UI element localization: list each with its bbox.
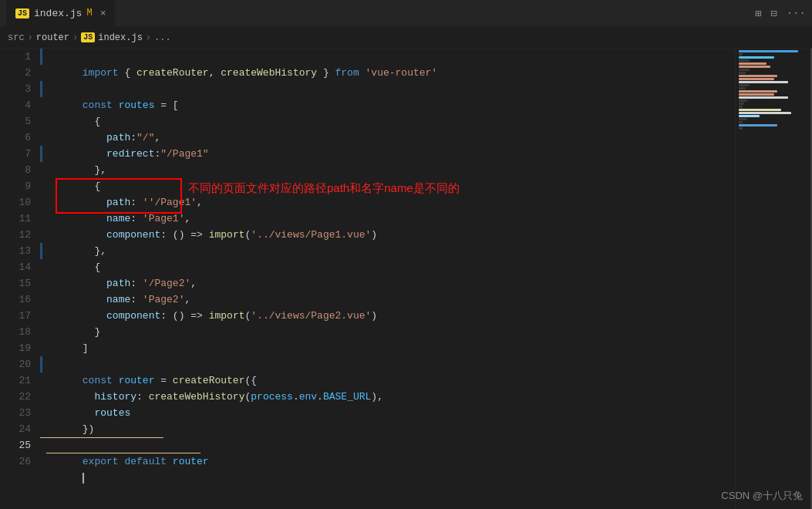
mini-line-9 bbox=[739, 75, 777, 77]
line-num-11: 11 bbox=[0, 211, 31, 227]
line20-indicator bbox=[40, 356, 42, 372]
breadcrumb-src[interactable]: src bbox=[8, 32, 25, 43]
line-num-4: 4 bbox=[0, 97, 31, 113]
code-line-19 bbox=[46, 340, 735, 356]
breadcrumb-sep1: › bbox=[28, 32, 33, 43]
editor-tab[interactable]: JS index.js M × bbox=[6, 0, 115, 27]
minimap bbox=[735, 49, 812, 509]
line-num-8: 8 bbox=[0, 162, 31, 178]
mini-line-25 bbox=[739, 124, 777, 126]
mini-line-13 bbox=[739, 87, 746, 89]
code-line-16: component: () => import('../views/Page2.… bbox=[46, 292, 735, 308]
js-file-icon: JS bbox=[15, 8, 29, 19]
code-line-25: export default router bbox=[46, 437, 735, 453]
line-num-20: 20 bbox=[0, 356, 31, 372]
line-num-19: 19 bbox=[0, 340, 31, 356]
code-line-3: const routes = [ bbox=[46, 81, 735, 97]
line-num-24: 24 bbox=[0, 421, 31, 437]
line-num-13: 13 bbox=[0, 243, 31, 259]
code-line-5: path:"/", bbox=[46, 113, 735, 130]
code-line-11: component: () => import('../views/Page1.… bbox=[46, 211, 735, 227]
line-num-23: 23 bbox=[0, 405, 31, 421]
line-num-10: 10 bbox=[0, 194, 31, 211]
mini-line-10 bbox=[739, 78, 774, 80]
code-line-9: path: ''/Page1', bbox=[46, 178, 735, 194]
line-num-14: 14 bbox=[0, 259, 31, 275]
breadcrumb-more: ... bbox=[154, 32, 171, 43]
mini-line-12 bbox=[739, 84, 750, 86]
breadcrumb-js-icon: JS bbox=[81, 32, 95, 42]
code-line-21: history: createWebHistory(process.env.BA… bbox=[46, 372, 735, 389]
mini-line-19 bbox=[739, 106, 743, 108]
line-num-22: 22 bbox=[0, 389, 31, 405]
minimap-content bbox=[736, 49, 812, 132]
line-num-6: 6 bbox=[0, 130, 31, 146]
more-actions-icon[interactable]: ··· bbox=[787, 7, 806, 20]
mini-line-8 bbox=[739, 72, 746, 74]
breadcrumb-file[interactable]: index.js bbox=[98, 32, 143, 43]
breadcrumb-router[interactable]: router bbox=[36, 32, 69, 43]
line7-indicator bbox=[40, 146, 42, 162]
line-num-12: 12 bbox=[0, 227, 31, 243]
title-bar: JS index.js M × ⊞ ⊟ ··· bbox=[0, 0, 812, 27]
code-line-7: }, bbox=[46, 146, 735, 162]
mini-line-15 bbox=[739, 93, 774, 96]
mini-line-4 bbox=[739, 59, 750, 62]
breadcrumb-sep3: › bbox=[146, 32, 151, 43]
line1-indicator bbox=[40, 49, 42, 65]
breadcrumb: src › router › JS index.js › ... bbox=[0, 27, 812, 49]
remote-icon[interactable]: ⊞ bbox=[755, 7, 761, 20]
mini-line-23 bbox=[739, 118, 747, 120]
code-line-8: { bbox=[46, 162, 735, 178]
line-num-15: 15 bbox=[0, 275, 31, 292]
line13-indicator bbox=[40, 243, 42, 259]
code-line-26 bbox=[46, 453, 735, 470]
mini-line-3 bbox=[739, 56, 774, 59]
tab-close-button[interactable]: × bbox=[100, 8, 106, 19]
mini-line-18 bbox=[739, 103, 744, 105]
code-line-20: const router = createRouter({ bbox=[46, 356, 735, 372]
code-line-2 bbox=[46, 65, 735, 81]
breadcrumb-sep2: › bbox=[72, 32, 78, 43]
code-line-4: { bbox=[46, 97, 735, 113]
line-num-1: 1 bbox=[0, 49, 31, 65]
code-line-1: import { createRouter, createWebHistory … bbox=[46, 49, 735, 65]
line-numbers: 1 2 3 4 5 6 7 8 9 10 11 12 13 14 15 16 1… bbox=[0, 49, 40, 509]
code-line-13: { bbox=[46, 243, 735, 259]
line-num-26: 26 bbox=[0, 453, 31, 470]
code-line-10: name: 'Page1', bbox=[46, 194, 735, 211]
code-line-14: path: '/Page2', bbox=[46, 259, 735, 275]
line-num-9: 9 bbox=[0, 178, 31, 194]
watermark: CSDN @十八只兔 bbox=[721, 489, 803, 503]
line-num-16: 16 bbox=[0, 292, 31, 308]
line-num-17: 17 bbox=[0, 308, 31, 324]
code-area[interactable]: import { createRouter, createWebHistory … bbox=[40, 49, 735, 509]
tab-filename: index.js bbox=[34, 8, 82, 19]
mini-line-17 bbox=[739, 99, 747, 102]
line-num-18: 18 bbox=[0, 324, 31, 340]
mini-line-14 bbox=[739, 90, 777, 93]
tab-modified: M bbox=[86, 8, 92, 19]
mini-line-26 bbox=[739, 127, 743, 130]
mini-line-6 bbox=[739, 66, 770, 68]
mini-line-24 bbox=[739, 121, 743, 123]
code-line-15: name: 'Page2', bbox=[46, 275, 735, 292]
mini-line-21 bbox=[739, 112, 791, 114]
line-num-5: 5 bbox=[0, 113, 31, 130]
mini-line-11 bbox=[739, 81, 788, 83]
code-line-6: redirect:"/Page1" bbox=[46, 130, 735, 146]
mini-line-2 bbox=[739, 53, 743, 56]
code-line-18: ] bbox=[46, 324, 735, 340]
cursor bbox=[83, 473, 84, 484]
mini-line-22 bbox=[739, 115, 760, 117]
mini-line-1 bbox=[739, 50, 798, 52]
line-num-21: 21 bbox=[0, 372, 31, 389]
code-line-12: }, bbox=[46, 227, 735, 243]
split-editor-icon[interactable]: ⊟ bbox=[770, 7, 777, 20]
mini-line-16 bbox=[739, 96, 788, 99]
line3-indicator bbox=[40, 81, 42, 97]
code-line-24 bbox=[46, 421, 735, 437]
line-num-3: 3 bbox=[0, 81, 31, 97]
mini-line-5 bbox=[739, 62, 767, 65]
title-bar-actions: ⊞ ⊟ ··· bbox=[755, 7, 806, 20]
